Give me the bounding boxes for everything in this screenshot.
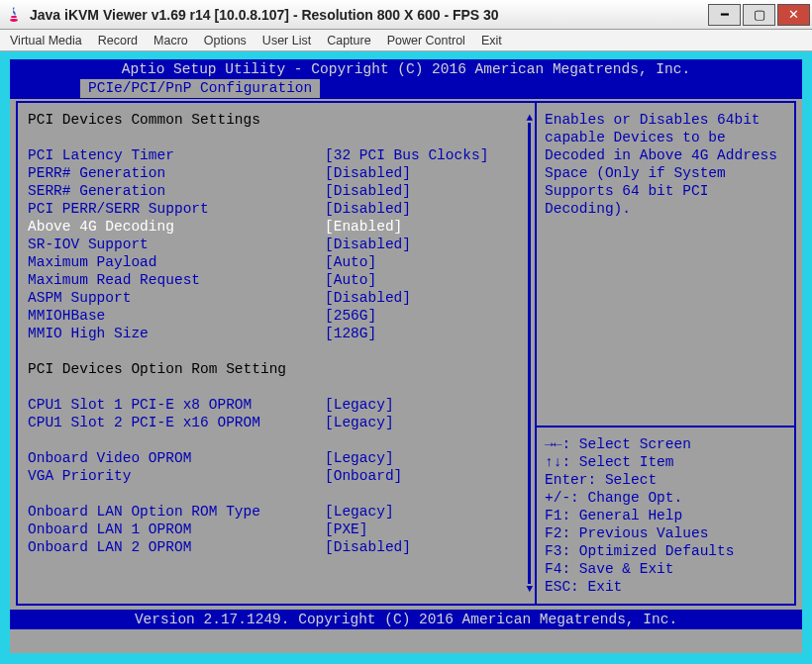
setting-value: [256G] — [325, 307, 376, 325]
setting-value: [Disabled] — [325, 538, 411, 556]
menu-record[interactable]: Record — [98, 34, 138, 47]
setting-label: CPU1 Slot 2 PCI-E x16 OPROM — [28, 414, 325, 431]
close-button[interactable]: ✕ — [777, 4, 810, 26]
menu-virtual-media[interactable]: Virtual Media — [10, 34, 82, 47]
setting-label: ASPM Support — [28, 289, 325, 307]
maximize-button[interactable]: ▢ — [743, 4, 775, 26]
help-text: Enables or Disables 64bit capable Device… — [537, 103, 794, 426]
setting-label: SERR# Generation — [28, 182, 325, 200]
setting-label: Onboard Video OPROM — [28, 449, 325, 467]
menu-capture[interactable]: Capture — [327, 34, 370, 47]
setting-value: [128G] — [325, 325, 376, 342]
setting-value: [PXE] — [325, 521, 368, 538]
setting-row[interactable]: Onboard LAN Option ROM Type[Legacy] — [28, 503, 525, 521]
setting-value: [Legacy] — [325, 449, 394, 467]
setting-label: Above 4G Decoding — [28, 218, 325, 236]
section-heading: PCI Devices Option Rom Setting — [28, 360, 325, 378]
menubar: Virtual Media Record Macro Options User … — [0, 30, 812, 51]
setting-row — [28, 431, 525, 449]
setting-label: PERR# Generation — [28, 164, 325, 182]
setting-row[interactable]: Onboard Video OPROM[Legacy] — [28, 449, 525, 467]
setting-label: SR-IOV Support — [28, 236, 325, 253]
setting-label: MMIO High Size — [28, 325, 325, 342]
bios-header: Aptio Setup Utility - Copyright (C) 2016… — [10, 59, 802, 79]
setting-row[interactable]: VGA Priority[Onboard] — [28, 467, 525, 485]
setting-label: Onboard LAN Option ROM Type — [28, 503, 325, 521]
setting-label — [28, 431, 325, 449]
setting-row[interactable]: Maximum Read Request[Auto] — [28, 271, 525, 289]
setting-label: PCI PERR/SERR Support — [28, 200, 325, 218]
setting-value: [Disabled] — [325, 236, 411, 253]
window-title: Java iKVM Viewer v1.69 r14 [10.0.8.107] … — [28, 7, 708, 23]
setting-row[interactable]: Onboard LAN 2 OPROM[Disabled] — [28, 538, 525, 556]
setting-value: [Auto] — [325, 271, 376, 289]
setting-row — [28, 485, 525, 503]
menu-user-list[interactable]: User List — [262, 34, 311, 47]
bios-tab[interactable]: PCIe/PCI/PnP Configuration — [79, 79, 321, 99]
setting-row[interactable]: PCI Latency Timer[32 PCI Bus Clocks] — [28, 146, 525, 164]
setting-label: MMIOHBase — [28, 307, 325, 325]
setting-row[interactable]: Maximum Payload[Auto] — [28, 253, 525, 271]
key-legend: →←: Select Screen ↑↓: Select Item Enter:… — [537, 427, 794, 604]
setting-label: PCI Latency Timer — [28, 146, 325, 164]
setting-label: Maximum Payload — [28, 253, 325, 271]
minimize-button[interactable]: ━ — [708, 4, 741, 26]
menu-power-control[interactable]: Power Control — [387, 34, 465, 47]
setting-value: [32 PCI Bus Clocks] — [325, 146, 488, 164]
setting-label: Maximum Read Request — [28, 271, 325, 289]
setting-row[interactable]: MMIOHBase[256G] — [28, 307, 525, 325]
menu-options[interactable]: Options — [204, 34, 247, 47]
setting-value: [Disabled] — [325, 182, 411, 200]
setting-row[interactable]: PCI PERR/SERR Support[Disabled] — [28, 200, 525, 218]
window-titlebar: Java iKVM Viewer v1.69 r14 [10.0.8.107] … — [0, 0, 812, 30]
setting-value: [Enabled] — [325, 218, 402, 236]
setting-value: [Disabled] — [325, 289, 411, 307]
setting-value: [Disabled] — [325, 200, 411, 218]
setting-row[interactable]: CPU1 Slot 2 PCI-E x16 OPROM[Legacy] — [28, 414, 525, 431]
setting-label: Onboard LAN 1 OPROM — [28, 521, 325, 538]
setting-value: [Disabled] — [325, 164, 411, 182]
setting-value: [Legacy] — [325, 503, 394, 521]
setting-row[interactable]: CPU1 Slot 1 PCI-E x8 OPROM[Legacy] — [28, 396, 525, 414]
java-icon — [6, 7, 22, 23]
setting-label: CPU1 Slot 1 PCI-E x8 OPROM — [28, 396, 325, 414]
setting-row[interactable]: Onboard LAN 1 OPROM[PXE] — [28, 521, 525, 538]
setting-row[interactable]: ASPM Support[Disabled] — [28, 289, 525, 307]
setting-value: [Legacy] — [325, 414, 394, 431]
menu-exit[interactable]: Exit — [481, 34, 502, 47]
setting-label: VGA Priority — [28, 467, 325, 485]
setting-value: [Legacy] — [325, 396, 394, 414]
setting-value: [Onboard] — [325, 467, 402, 485]
setting-row[interactable]: SERR# Generation[Disabled] — [28, 182, 525, 200]
setting-row[interactable]: SR-IOV Support[Disabled] — [28, 236, 525, 253]
setting-label: Onboard LAN 2 OPROM — [28, 538, 325, 556]
menu-macro[interactable]: Macro — [153, 34, 188, 47]
setting-row[interactable]: PERR# Generation[Disabled] — [28, 164, 525, 182]
setting-row[interactable]: Above 4G Decoding[Enabled] — [28, 218, 525, 236]
setting-label — [28, 485, 325, 503]
settings-pane: PCI Devices Common Settings PCI Latency … — [18, 103, 535, 604]
bios-footer: Version 2.17.1249. Copyright (C) 2016 Am… — [10, 610, 802, 629]
scroll-down-icon: ▼ — [526, 580, 533, 598]
setting-value: [Auto] — [325, 253, 376, 271]
scrollbar[interactable]: ▲ ▼ — [525, 109, 533, 598]
bios-screen[interactable]: Aptio Setup Utility - Copyright (C) 2016… — [10, 59, 802, 653]
setting-row[interactable]: MMIO High Size[128G] — [28, 325, 525, 342]
section-heading: PCI Devices Common Settings — [28, 111, 325, 129]
